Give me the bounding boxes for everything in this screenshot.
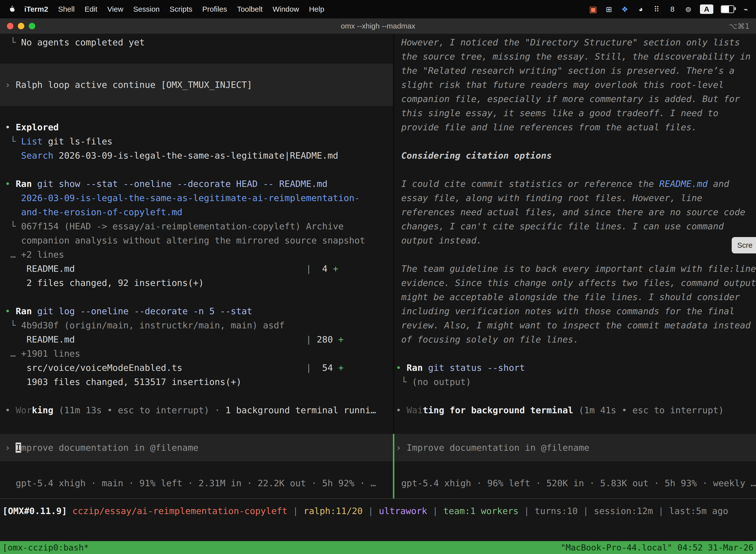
- text-segment: and-the-erosion-of-copyleft.md: [21, 207, 182, 217]
- terminal-line: output instead.: [394, 233, 756, 247]
- omx-status-segment: team:1 workers: [443, 506, 518, 516]
- text-segment: [5, 348, 10, 359]
- left-session-status: gpt-5.4 xhigh · main · 91% left · 2.31M …: [0, 476, 393, 490]
- text-segment: [32, 179, 37, 189]
- zoom-window-button[interactable]: [29, 23, 35, 29]
- terminal-line: › Ralph loop active continue [OMX_TMUX_I…: [0, 78, 393, 92]
- omx-status-segment: [67, 506, 72, 516]
- dark-app-icon[interactable]: ◕: [636, 4, 645, 14]
- text-segment: [5, 250, 10, 260]
- text-segment: git log --oneline --decorate -n 5 --stat: [37, 306, 252, 316]
- text-segment: |: [182, 363, 311, 373]
- terminal-line: including verification notes with those …: [394, 304, 756, 318]
- left-terminal-pane: └ No agents completed yet› Ralph loop ac…: [0, 34, 393, 498]
- text-segment: [32, 306, 37, 316]
- blue-app-icon[interactable]: ❖: [621, 4, 629, 14]
- terminal-line: • Ran git log --oneline --decorate -n 5 …: [0, 304, 393, 318]
- circle-app-icon[interactable]: ⊚: [684, 4, 693, 14]
- text-segment: Explored: [16, 122, 59, 132]
- apple-menu-icon[interactable]: [7, 5, 16, 13]
- text-segment: However, I noticed the "Directory Struct…: [396, 37, 740, 47]
- text-segment: 1 background terminal runni…: [226, 405, 376, 415]
- left-command-input[interactable]: › Improve documentation in @filename: [0, 434, 393, 461]
- text-segment: essay file, along with finding root file…: [396, 193, 702, 203]
- recording-indicator-icon[interactable]: ▣: [589, 4, 597, 14]
- text-segment: Considering citation options: [401, 151, 552, 161]
- figure-eight-icon[interactable]: 8: [668, 4, 677, 14]
- text-segment: 4: [311, 264, 333, 274]
- text-segment: +: [338, 363, 344, 373]
- terminal-line: [0, 163, 393, 177]
- input-source-icon[interactable]: A: [700, 4, 713, 14]
- text-segment: this single essay, it seems like a good …: [396, 108, 718, 118]
- text-segment: └: [5, 320, 21, 330]
- right-command-input[interactable]: › Improve documentation in @filename: [394, 434, 756, 461]
- omx-status-segment: last:5m ago: [669, 506, 728, 516]
- terminal-line: Search 2026-03-09-is-legal-the-same-as-l…: [0, 149, 393, 163]
- text-segment: ›: [5, 80, 16, 90]
- text-segment: +: [338, 334, 344, 344]
- window-title-bar: omx --xhigh --madmax ⌥⌘1: [0, 18, 756, 34]
- text-segment: git show --stat --oneline --decorate HEA…: [37, 179, 327, 189]
- terminal-line: [0, 290, 393, 304]
- terminal-line: • Ran git show --stat --oneline --decora…: [0, 177, 393, 191]
- wifi-icon[interactable]: ⌁: [742, 4, 750, 14]
- terminal-line: essay file, along with finding root file…: [394, 191, 756, 205]
- window-manager-icon[interactable]: ⊞: [605, 4, 613, 14]
- omx-status-segment: |: [578, 506, 594, 516]
- text-segment: Improve documentation in @filename: [406, 443, 589, 453]
- terminal-line: references need actual files, and since …: [394, 205, 756, 219]
- text-segment: review. Also, I might want to inspect th…: [396, 320, 751, 330]
- terminal-line: of focusing solely on file lines.: [394, 332, 756, 346]
- terminal-line: [0, 49, 393, 63]
- menu-item-scripts[interactable]: Scripts: [165, 5, 197, 13]
- battery-icon[interactable]: [721, 5, 734, 13]
- terminal-line: evidence. Since this change only affects…: [394, 276, 756, 290]
- app-grid-icon[interactable]: ⠿: [652, 4, 661, 14]
- text-segment: |: [75, 334, 312, 344]
- terminal-line: slight risk that future readers may over…: [394, 78, 756, 92]
- text-segment: 1903 files changed, 513517 insertions(+): [5, 377, 242, 387]
- menu-item-profiles[interactable]: Profiles: [197, 5, 232, 13]
- terminal-line: changes, I can't cite specific file line…: [394, 219, 756, 233]
- text-segment: 067f154 (HEAD -> essay/ai-reimplementati…: [21, 221, 343, 231]
- terminal-line: [394, 389, 756, 403]
- terminal-window: └ No agents completed yet› Ralph loop ac…: [0, 34, 756, 554]
- text-segment: •: [5, 306, 16, 316]
- text-segment: 2026-03-09-is-legal-the-same-as-legitima…: [21, 193, 360, 203]
- tmux-status-bar: [omx-cczip0:bash* "MacBook-Pro-44.local"…: [0, 541, 756, 554]
- terminal-line: However, I noticed the "Directory Struct…: [394, 35, 756, 49]
- screen-share-overlay-button[interactable]: Scre: [732, 237, 756, 254]
- terminal-line: the "Related research writing" section i…: [394, 63, 756, 78]
- menu-item-session[interactable]: Session: [128, 5, 165, 13]
- text-segment: The team guideline is to back every impo…: [396, 264, 756, 274]
- text-segment: +: [333, 264, 338, 274]
- terminal-line: [0, 389, 393, 403]
- text-segment: might be acceptable alongside the file l…: [396, 292, 740, 302]
- omx-status-segment: cczip/essay/ai-reimplementation-copyleft: [72, 506, 288, 516]
- menu-item-help[interactable]: Help: [304, 5, 329, 13]
- terminal-line: I could cite commit statistics or refere…: [394, 177, 756, 191]
- menu-item-shell[interactable]: Shell: [53, 5, 80, 13]
- text-segment: └: [5, 136, 21, 147]
- text-segment: Wor: [16, 405, 32, 415]
- text-segment: |: [75, 264, 312, 274]
- text-segment: (11m 13s • esc to interrupt): [59, 405, 209, 415]
- close-window-button[interactable]: [7, 23, 13, 29]
- text-segment: git status --short: [428, 363, 525, 373]
- tmux-session-name: [omx-cczip0:bash*: [2, 543, 89, 553]
- menu-item-iterm2[interactable]: iTerm2: [19, 5, 53, 13]
- menu-item-window[interactable]: Window: [268, 5, 304, 13]
- text-segment: [573, 405, 579, 415]
- terminal-line: • Ran git status --short: [394, 361, 756, 375]
- menu-item-toolbelt[interactable]: Toolbelt: [232, 5, 268, 13]
- text-segment: [5, 207, 21, 217]
- text-segment: [5, 235, 21, 245]
- text-segment: git ls-files: [43, 136, 113, 147]
- text-segment: 280: [311, 334, 338, 344]
- menu-item-view[interactable]: View: [103, 5, 128, 13]
- terminal-line: [394, 163, 756, 177]
- menu-item-edit[interactable]: Edit: [80, 5, 103, 13]
- minimize-window-button[interactable]: [18, 23, 24, 29]
- omx-status-segment: ultrawork: [379, 506, 427, 516]
